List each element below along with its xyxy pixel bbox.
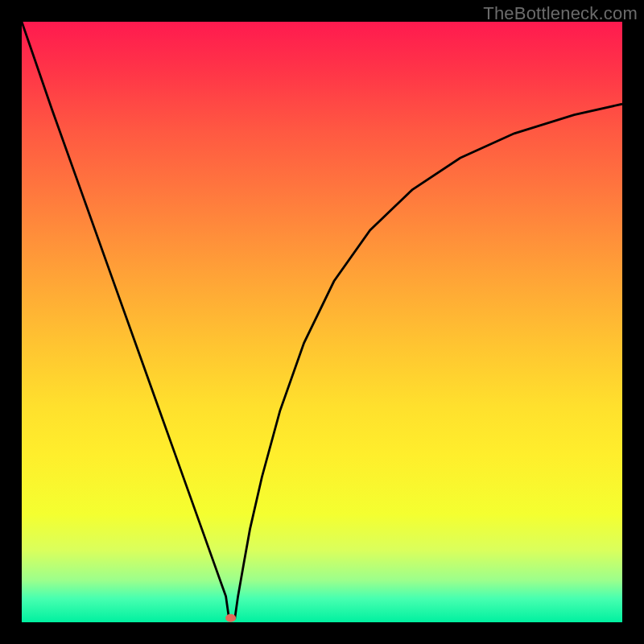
watermark-label: TheBottleneck.com [483,3,638,24]
optimum-marker [225,614,236,622]
bottleneck-curve [22,22,622,618]
chart-frame: { "watermark": { "text": "TheBottleneck.… [0,0,644,644]
chart-overlay [22,22,622,622]
